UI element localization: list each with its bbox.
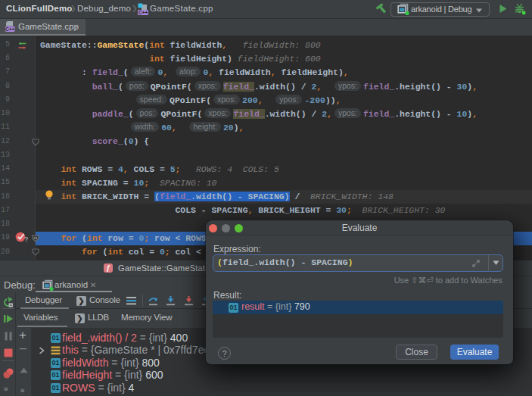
svg-text:?: ? — [24, 235, 28, 243]
svg-text:C++: C++ — [5, 27, 14, 32]
svg-text:C++: C++ — [138, 10, 148, 15]
